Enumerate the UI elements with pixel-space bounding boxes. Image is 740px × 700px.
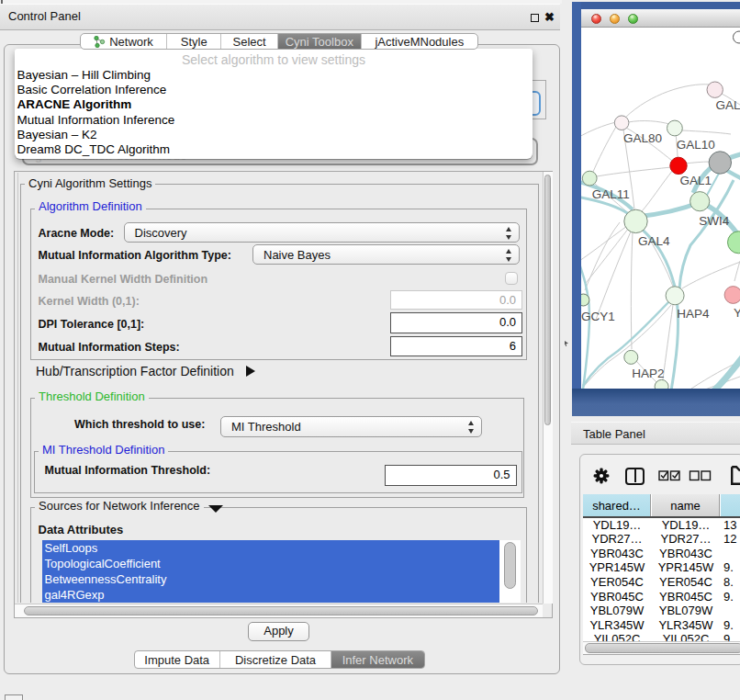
svg-text:GAL80: GAL80 <box>623 131 662 145</box>
svg-text:GAL1: GAL1 <box>680 174 712 187</box>
svg-text:GCY1: GCY1 <box>581 310 615 323</box>
svg-text:HAP4: HAP4 <box>677 307 710 321</box>
svg-text:GAL2: GAL2 <box>716 98 740 112</box>
svg-text:GAL4: GAL4 <box>638 234 670 248</box>
svg-text:Y: Y <box>734 306 740 320</box>
svg-text:HAP2: HAP2 <box>632 367 664 380</box>
svg-text:SWI4: SWI4 <box>699 214 729 228</box>
svg-text:GAL11: GAL11 <box>592 187 630 201</box>
svg-text:GAL10: GAL10 <box>677 138 715 152</box>
